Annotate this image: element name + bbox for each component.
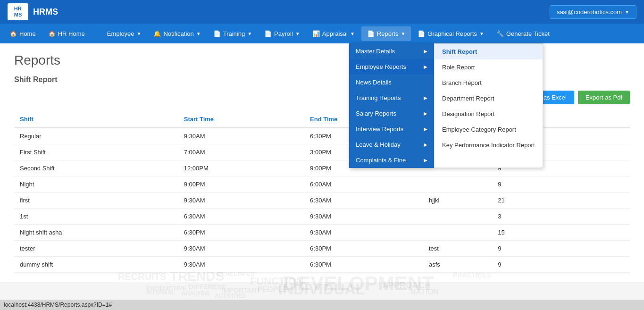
nav-payroll-label: Payroll (274, 30, 293, 37)
table-row: tester 9:30AM 6:30PM test 9 (14, 241, 630, 257)
employee-reports-arrow: ▶ (424, 64, 427, 69)
cell-extra: hjjkl (423, 193, 492, 209)
department-report-item[interactable]: Department Report (435, 91, 543, 106)
nav-hr-home[interactable]: 🏠 HR Home (42, 26, 91, 41)
cell-total-hours: 21 (492, 193, 630, 209)
complaints-fine-arrow: ▶ (424, 158, 427, 163)
cell-start-time: 6:30PM (178, 225, 304, 241)
cell-total-hours: 9 (492, 257, 630, 273)
payroll-icon: 📄 (264, 30, 272, 37)
nav-home-label: Home (19, 30, 36, 37)
cell-start-time: 12:00PM (178, 160, 304, 176)
leave-holiday-arrow: ▶ (424, 142, 427, 147)
table-row: dummy shift 9:30AM 6:30PM asfs 9 (14, 257, 630, 273)
role-report-item[interactable]: Role Report (435, 59, 543, 75)
employee-reports-item[interactable]: Employee Reports ▶ (349, 59, 434, 75)
cell-total-hours: 9 (492, 241, 630, 257)
interview-reports-arrow: ▶ (424, 126, 427, 132)
shift-report-item[interactable]: Shift Report (435, 44, 543, 59)
training-reports-item[interactable]: Training Reports ▶ (349, 90, 434, 106)
table-row: 1st 6:30AM 9:30AM 3 (14, 209, 630, 225)
department-report-label: Department Report (442, 95, 494, 102)
news-details-label: News Details (356, 79, 392, 86)
cell-end-time: 9:30AM (304, 209, 423, 225)
nav-employee[interactable]: 👤 Employee ▼ (92, 26, 147, 41)
payroll-caret: ▼ (295, 31, 300, 36)
nav-appraisal[interactable]: 📊 Appraisal ▼ (307, 26, 360, 41)
complaints-fine-item[interactable]: Complaints & Fine ▶ (349, 152, 434, 168)
nav-home[interactable]: 🏠 Home (4, 26, 42, 41)
cell-shift: 1st (14, 209, 178, 225)
news-details-item[interactable]: News Details (349, 75, 434, 90)
user-menu-button[interactable]: sasi@coderobotics.com (550, 5, 636, 19)
nav-training-label: Training (223, 30, 245, 37)
logo-text: HR MS (14, 6, 22, 18)
nav-menu: 🏠 Home 🏠 HR Home 👤 Employee ▼ 🔔 Notifica… (0, 24, 644, 43)
branch-report-item[interactable]: Branch Report (435, 75, 543, 91)
designation-report-item[interactable]: Designation Report (435, 106, 543, 122)
cell-shift: First Shift (14, 144, 178, 160)
cell-start-time: 9:00PM (178, 176, 304, 193)
table-row: Night 9:00PM 6:00AM 9 (14, 176, 630, 193)
employee-reports-label: Employee Reports (356, 63, 406, 70)
cell-extra: test (423, 241, 492, 257)
kpi-report-label: Key Performance Indicator Report (442, 142, 535, 149)
interview-reports-item[interactable]: Interview Reports ▶ (349, 121, 434, 137)
branch-report-label: Branch Report (442, 79, 482, 86)
top-bar: HR MS HRMS sasi@coderobotics.com (0, 0, 644, 24)
nav-employee-label: Employee (107, 30, 134, 37)
leave-holiday-item[interactable]: Leave & Holiday ▶ (349, 137, 434, 152)
cell-shift: dummy shift (14, 257, 178, 273)
nav-training[interactable]: 📄 Training ▼ (208, 26, 258, 41)
cell-start-time: 9:30AM (178, 128, 304, 144)
cell-start-time: 7:00AM (178, 144, 304, 160)
nav-reports-label: Reports (377, 30, 399, 37)
cell-shift: Second Shift (14, 160, 178, 176)
nav-appraisal-label: Appraisal (322, 30, 348, 37)
training-icon: 📄 (213, 30, 221, 37)
export-pdf-button[interactable]: Export as Pdf (578, 91, 630, 104)
cell-extra (423, 176, 492, 193)
cell-end-time: 9:30AM (304, 225, 423, 241)
reports-icon: 📄 (367, 30, 375, 37)
nav-reports[interactable]: 📄 Reports ▼ (361, 26, 411, 41)
cell-end-time: 6:30PM (304, 241, 423, 257)
employee-category-report-item[interactable]: Employee Category Report (435, 122, 543, 137)
training-caret: ▼ (247, 31, 252, 36)
cell-shift: tester (14, 241, 178, 257)
notification-caret: ▼ (196, 31, 201, 36)
graphical-reports-icon: 📄 (418, 30, 425, 37)
table-row: Night shift asha 6:30PM 9:30AM 15 (14, 225, 630, 241)
nav-generate-ticket[interactable]: 🔧 Generate Ticket (491, 26, 555, 41)
reports-dropdown-menu: Master Details ▶ Employee Reports ▶ News… (349, 43, 434, 168)
salary-reports-arrow: ▶ (424, 111, 427, 116)
cell-extra: asfs (423, 257, 492, 273)
hr-home-icon: 🏠 (48, 30, 56, 37)
nav-hr-home-label: HR Home (58, 30, 85, 37)
cell-shift: first (14, 193, 178, 209)
designation-report-label: Designation Report (442, 110, 494, 117)
appraisal-icon: 📊 (312, 30, 320, 37)
cell-start-time: 9:30AM (178, 193, 304, 209)
graphical-reports-caret: ▼ (479, 31, 484, 36)
cell-extra (423, 225, 492, 241)
page-content: Reports Shift Report Export as Excel Exp… (0, 43, 644, 282)
kpi-report-item[interactable]: Key Performance Indicator Report (435, 137, 543, 153)
cell-start-time: 9:30AM (178, 257, 304, 273)
nav-notification[interactable]: 🔔 Notification ▼ (148, 26, 206, 41)
employee-reports-submenu: Shift Report Role Report Branch Report D… (434, 43, 543, 168)
generate-ticket-icon: 🔧 (496, 30, 504, 37)
master-details-label: Master Details (356, 48, 395, 55)
nav-graphical-reports[interactable]: 📄 Graphical Reports ▼ (412, 26, 490, 41)
nav-payroll[interactable]: 📄 Payroll ▼ (259, 26, 306, 41)
notification-icon: 🔔 (153, 30, 161, 37)
cell-shift: Night (14, 176, 178, 193)
logo-area: HR MS HRMS (8, 3, 58, 20)
cell-shift: Regular (14, 128, 178, 144)
shift-report-label: Shift Report (442, 48, 477, 55)
master-details-item[interactable]: Master Details ▶ (349, 43, 434, 59)
cell-total-hours: 9 (492, 176, 630, 193)
salary-reports-item[interactable]: Salary Reports ▶ (349, 106, 434, 121)
col-start-time: Start Time (178, 111, 304, 128)
leave-holiday-label: Leave & Holiday (356, 141, 401, 148)
